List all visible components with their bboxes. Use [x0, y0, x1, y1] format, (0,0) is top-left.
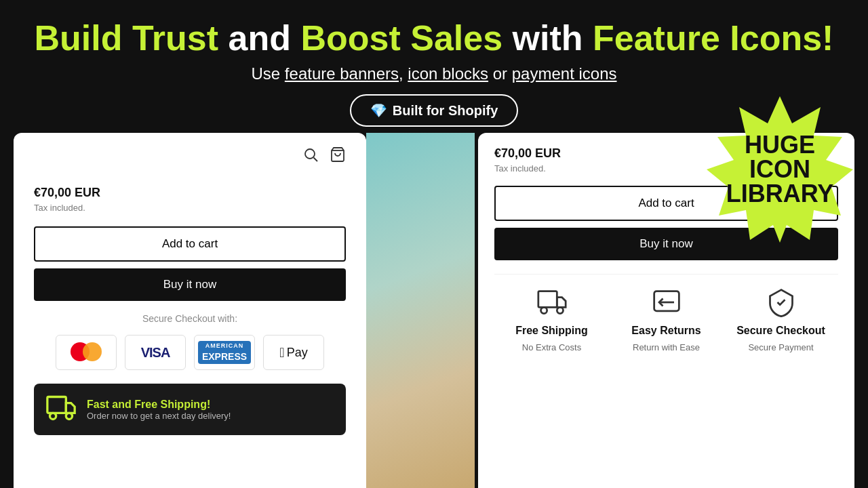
- subtitle: Use feature banners, icon blocks or paym…: [14, 64, 854, 83]
- subtitle-link3: payment icons: [512, 64, 617, 83]
- search-icon[interactable]: [302, 146, 319, 165]
- payment-icons: VISA AMERICAN EXPRESS Pay: [34, 335, 346, 370]
- easy-returns-subtitle: Return with Ease: [633, 342, 700, 352]
- left-tax: Tax included.: [34, 203, 346, 213]
- headline-part5: Feature Icons!: [593, 18, 833, 58]
- shopify-badge[interactable]: 💎 Built for Shopify: [350, 94, 519, 127]
- secure-checkout-subtitle: Secure Payment: [748, 342, 813, 352]
- svg-point-0: [305, 149, 315, 159]
- shipping-subtitle: Order now to get a next day delivery!: [87, 411, 231, 421]
- cart-icon[interactable]: [330, 146, 346, 165]
- svg-point-4: [50, 413, 56, 419]
- huge-badge-text: HUGE ICON LIBRARY: [726, 133, 834, 206]
- secure-checkout-label: Secure Checkout with:: [34, 313, 346, 324]
- subtitle-link2: icon blocks: [408, 64, 488, 83]
- headline-part4: with: [513, 18, 583, 58]
- secure-checkout-title: Secure Checkout: [736, 325, 825, 337]
- mastercard-icon: [56, 335, 117, 370]
- huge-badge-line3: LIBRARY: [726, 182, 834, 206]
- huge-badge-line1: HUGE: [726, 133, 834, 157]
- left-card: €70,00 EUR Tax included. Add to cart Buy…: [14, 133, 366, 488]
- truck-icon: [46, 393, 76, 426]
- svg-rect-3: [47, 397, 66, 413]
- apple-pay-icon: Pay: [263, 335, 324, 370]
- subtitle-comma1: ,: [399, 64, 408, 83]
- easy-returns-icon: [650, 285, 684, 319]
- left-price: €70,00 EUR: [34, 186, 346, 200]
- svg-point-7: [540, 307, 547, 313]
- headline-part2: and: [229, 18, 291, 58]
- feature-easy-returns: Easy Returns Return with Ease: [609, 285, 724, 352]
- svg-point-8: [557, 307, 563, 313]
- huge-icon-library-badge: HUGE ICON LIBRARY: [705, 95, 854, 244]
- left-add-to-cart-button[interactable]: Add to cart: [34, 226, 346, 262]
- feature-secure-checkout: Secure Checkout Secure Payment: [724, 285, 838, 352]
- feature-icons-row: Free Shipping No Extra Costs Easy Return…: [494, 274, 838, 352]
- free-shipping-title: Free Shipping: [515, 325, 588, 337]
- visa-icon: VISA: [125, 335, 186, 370]
- easy-returns-title: Easy Returns: [631, 325, 701, 337]
- shipping-title: Fast and Free Shipping!: [87, 399, 231, 411]
- free-shipping-icon: [535, 285, 569, 319]
- card-top-bar: [34, 146, 346, 165]
- subtitle-text: Use: [252, 64, 285, 83]
- svg-rect-6: [538, 291, 557, 308]
- free-shipping-subtitle: No Extra Costs: [522, 342, 581, 352]
- subtitle-link1: feature banners: [285, 64, 399, 83]
- huge-badge-line2: ICON: [726, 157, 834, 182]
- product-image: [366, 133, 475, 488]
- secure-checkout-icon: [764, 285, 798, 319]
- left-buy-it-now-button[interactable]: Buy it now: [34, 268, 346, 301]
- svg-line-1: [314, 158, 318, 162]
- subtitle-or: or: [488, 64, 512, 83]
- headline: Build Trust and Boost Sales with Feature…: [14, 19, 854, 58]
- headline-part3: Boost Sales: [300, 18, 502, 58]
- headline-part1: Build Trust: [35, 18, 219, 58]
- svg-rect-9: [654, 291, 679, 311]
- shopify-icon: 💎: [370, 102, 387, 119]
- amex-icon: AMERICAN EXPRESS: [194, 335, 255, 370]
- shipping-banner: Fast and Free Shipping! Order now to get…: [34, 384, 346, 435]
- shopify-badge-label: Built for Shopify: [393, 103, 498, 119]
- feature-free-shipping: Free Shipping No Extra Costs: [494, 285, 609, 352]
- svg-point-5: [66, 413, 72, 419]
